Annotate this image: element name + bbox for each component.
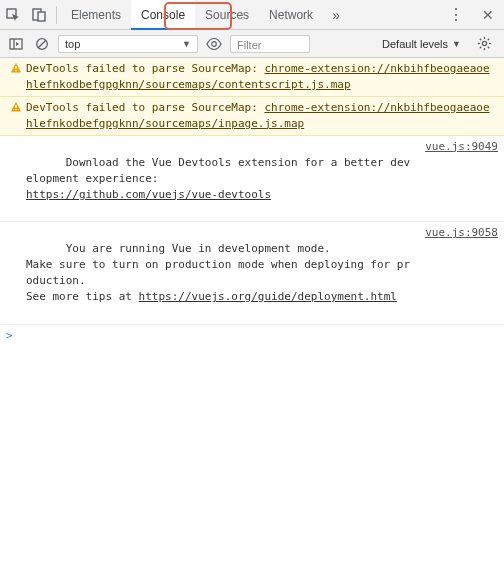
message-text: DevTools failed to parse SourceMap: bbox=[26, 62, 264, 75]
svg-point-7 bbox=[212, 41, 217, 46]
prompt-caret-icon: > bbox=[6, 329, 20, 342]
tab-elements[interactable]: Elements bbox=[61, 0, 131, 30]
inspect-icon[interactable] bbox=[0, 2, 26, 28]
svg-rect-20 bbox=[15, 109, 16, 110]
message-text: DevTools failed to parse SourceMap: bbox=[26, 101, 264, 114]
svg-line-15 bbox=[488, 39, 490, 41]
tab-network[interactable]: Network bbox=[259, 0, 323, 30]
svg-line-13 bbox=[480, 39, 482, 41]
tab-console[interactable]: Console bbox=[131, 0, 195, 30]
close-icon[interactable]: ✕ bbox=[472, 7, 504, 23]
warning-icon bbox=[10, 62, 22, 74]
devtools-tabstrip: Elements Console Sources Network » ⋮ ✕ bbox=[0, 0, 504, 30]
kebab-menu-icon[interactable]: ⋮ bbox=[440, 5, 472, 24]
device-toggle-icon[interactable] bbox=[26, 2, 52, 28]
message-text: Download the Vue Devtools extension for … bbox=[26, 156, 410, 185]
source-link[interactable]: vue.js:9049 bbox=[415, 139, 498, 219]
clear-console-icon[interactable] bbox=[32, 34, 52, 54]
console-toolbar: top ▼ Filter Default levels ▼ bbox=[0, 30, 504, 58]
console-output: DevTools failed to parse SourceMap: chro… bbox=[0, 58, 504, 325]
eye-icon[interactable] bbox=[204, 34, 224, 54]
gear-icon[interactable] bbox=[471, 36, 498, 51]
svg-rect-17 bbox=[15, 66, 16, 69]
console-message: DevTools failed to parse SourceMap: chro… bbox=[0, 58, 504, 97]
svg-point-8 bbox=[482, 41, 486, 45]
divider bbox=[56, 6, 57, 24]
filter-input[interactable]: Filter bbox=[230, 35, 310, 53]
svg-rect-18 bbox=[15, 70, 16, 71]
svg-rect-2 bbox=[38, 12, 45, 21]
source-link[interactable]: vue.js:9058 bbox=[415, 225, 498, 321]
console-message: Download the Vue Devtools extension for … bbox=[0, 136, 504, 223]
chevron-down-icon: ▼ bbox=[182, 39, 191, 49]
message-link[interactable]: https://vuejs.org/guide/deployment.html bbox=[139, 290, 397, 303]
svg-line-16 bbox=[480, 47, 482, 49]
svg-line-14 bbox=[488, 47, 490, 49]
tab-sources[interactable]: Sources bbox=[195, 0, 259, 30]
warning-icon bbox=[10, 101, 22, 113]
context-selector[interactable]: top ▼ bbox=[58, 35, 198, 53]
levels-label: Default levels bbox=[382, 38, 448, 50]
more-tabs-icon[interactable]: » bbox=[323, 2, 349, 28]
sidebar-toggle-icon[interactable] bbox=[6, 34, 26, 54]
svg-rect-19 bbox=[15, 105, 16, 108]
levels-selector[interactable]: Default levels ▼ bbox=[378, 38, 465, 50]
svg-line-6 bbox=[38, 40, 46, 48]
message-link[interactable]: https://github.com/vuejs/vue-devtools bbox=[26, 188, 271, 201]
console-message: You are running Vue in development mode.… bbox=[0, 222, 504, 325]
console-message: DevTools failed to parse SourceMap: chro… bbox=[0, 97, 504, 136]
console-prompt[interactable]: > bbox=[0, 325, 504, 346]
context-value: top bbox=[65, 38, 80, 50]
chevron-down-icon: ▼ bbox=[452, 39, 461, 49]
